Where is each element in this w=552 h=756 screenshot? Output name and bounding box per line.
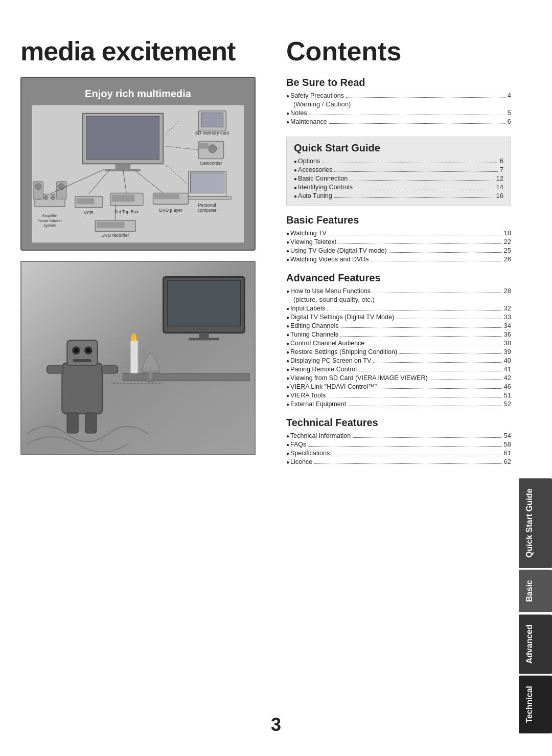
- page-number: 6: [508, 118, 511, 125]
- tab-basic[interactable]: Basic: [519, 570, 552, 612]
- list-item: ●How to Use Menu Functions 28: [286, 287, 511, 295]
- svg-text:Home theater: Home theater: [38, 218, 62, 223]
- list-item: ●Accessories 7: [294, 166, 503, 173]
- svg-rect-12: [191, 173, 224, 193]
- item-label: ●Notes: [286, 109, 307, 117]
- item-label: ●How to Use Menu Functions: [286, 287, 371, 295]
- list-item: ●Restore Settings (Shipping Condition) 3…: [286, 348, 511, 355]
- section-advanced: Advanced Features ●How to Use Menu Funct…: [286, 272, 511, 409]
- dot-leader: [379, 388, 501, 389]
- section-technical: Technical Features ●Technical Informatio…: [286, 417, 511, 466]
- list-item: ●VIERA Link "HDAVI Control™" 46: [286, 383, 511, 390]
- tab-quick-start[interactable]: Quick Start Guide: [519, 478, 552, 568]
- list-item: ●Auto Tuning 16: [294, 192, 503, 199]
- qsg-heading: Quick Start Guide: [294, 142, 503, 154]
- page-number: 6: [500, 157, 503, 165]
- item-label: ●Auto Tuning: [294, 192, 332, 199]
- svg-line-44: [133, 169, 163, 193]
- svg-rect-69: [67, 413, 78, 433]
- svg-text:DVD recorder: DVD recorder: [102, 233, 129, 238]
- svg-rect-5: [201, 113, 223, 127]
- list-item: ●Tuning Channels 36: [286, 330, 511, 338]
- item-label: ●VIERA Tools: [286, 392, 326, 399]
- item-label: ●Input Labels: [286, 305, 325, 312]
- page-number: 34: [504, 322, 511, 329]
- page-number: 41: [504, 365, 511, 373]
- page-number: 25: [504, 247, 511, 254]
- dot-leader: [355, 189, 494, 189]
- item-label: ●Digital TV Settings (Digital TV Mode): [286, 314, 394, 321]
- page-number: 18: [504, 229, 511, 237]
- dot-leader: [350, 180, 494, 181]
- advanced-heading: Advanced Features: [286, 272, 511, 284]
- list-item: ●FAQs 58: [286, 440, 511, 448]
- left-panel: media excitement Enjoy rich multimedia S…: [20, 20, 276, 736]
- svg-rect-13: [183, 196, 232, 199]
- svg-line-42: [88, 169, 110, 194]
- item-label: ●Restore Settings (Shipping Condition): [286, 348, 397, 355]
- dot-leader: [334, 197, 494, 198]
- section-basic: Basic Features ●Watching TV 18 ●Viewing …: [286, 214, 511, 264]
- svg-rect-66: [73, 359, 91, 362]
- list-item: ●Licence 62: [286, 458, 511, 465]
- svg-line-43: [123, 169, 126, 193]
- page-number: 38: [504, 339, 511, 347]
- item-label: ●Tuning Channels: [286, 331, 338, 338]
- svg-rect-9: [198, 143, 209, 149]
- svg-rect-51: [199, 332, 209, 338]
- svg-rect-37: [154, 194, 179, 199]
- dot-leader: [341, 327, 502, 328]
- list-item: ●Notes 5: [286, 109, 511, 117]
- list-item: ●Watching TV 18: [286, 229, 511, 237]
- list-item: ●Digital TV Settings (Digital TV Mode) 3…: [286, 313, 511, 321]
- list-item: ●External Equipment 52: [286, 400, 511, 408]
- list-item: ●Options 6: [294, 157, 503, 165]
- page-number: 14: [496, 183, 503, 191]
- page-number: 51: [504, 391, 511, 399]
- tab-technical[interactable]: Technical: [519, 676, 552, 733]
- page-number: 54: [504, 432, 511, 439]
- tab-advanced[interactable]: Advanced: [519, 614, 552, 674]
- svg-text:Set Top Box: Set Top Box: [114, 209, 139, 214]
- svg-text:system: system: [43, 224, 56, 228]
- svg-text:VCR: VCR: [84, 210, 94, 215]
- svg-rect-31: [77, 198, 95, 204]
- item-label: ●Identifying Controls: [294, 184, 353, 191]
- sub-item: (Warning / Caution): [293, 100, 511, 108]
- dot-leader: [389, 252, 502, 253]
- page-number: 61: [504, 449, 511, 457]
- svg-rect-40: [97, 222, 124, 228]
- list-item: ●Displaying PC Screen on TV 40: [286, 357, 511, 364]
- dot-leader: [314, 463, 501, 464]
- page-number: 52: [504, 400, 511, 408]
- item-label: ●Accessories: [294, 166, 332, 173]
- dot-leader: [348, 406, 501, 406]
- svg-line-18: [165, 164, 187, 184]
- dot-leader: [371, 261, 502, 261]
- dot-leader: [328, 397, 501, 397]
- list-item: ●Specifications 61: [286, 449, 511, 457]
- svg-rect-2: [116, 164, 131, 169]
- svg-rect-53: [123, 373, 249, 381]
- svg-rect-52: [189, 338, 219, 340]
- dot-leader: [327, 310, 501, 310]
- page-number: 33: [504, 313, 511, 321]
- svg-text:Amplifier: Amplifier: [42, 213, 58, 218]
- dot-leader: [346, 97, 505, 98]
- illustration-box: [20, 261, 256, 455]
- dot-leader: [353, 437, 501, 438]
- item-label: ●Pairing Remote Control: [286, 366, 357, 373]
- svg-rect-1: [86, 117, 159, 160]
- page-number: 22: [504, 238, 511, 246]
- list-item: ●Input Labels 32: [286, 304, 511, 312]
- item-label: ●Displaying PC Screen on TV: [286, 357, 371, 364]
- page-number: 16: [496, 192, 503, 199]
- item-label: ●Maintenance: [286, 118, 327, 125]
- item-label: ●Using TV Guide (Digital TV mode): [286, 247, 387, 254]
- dot-leader: [309, 115, 505, 115]
- page-number: 12: [496, 174, 503, 182]
- item-label: ●Watching TV: [286, 230, 327, 237]
- dot-leader: [366, 345, 501, 345]
- svg-rect-22: [50, 195, 55, 200]
- page-number: 58: [504, 440, 511, 448]
